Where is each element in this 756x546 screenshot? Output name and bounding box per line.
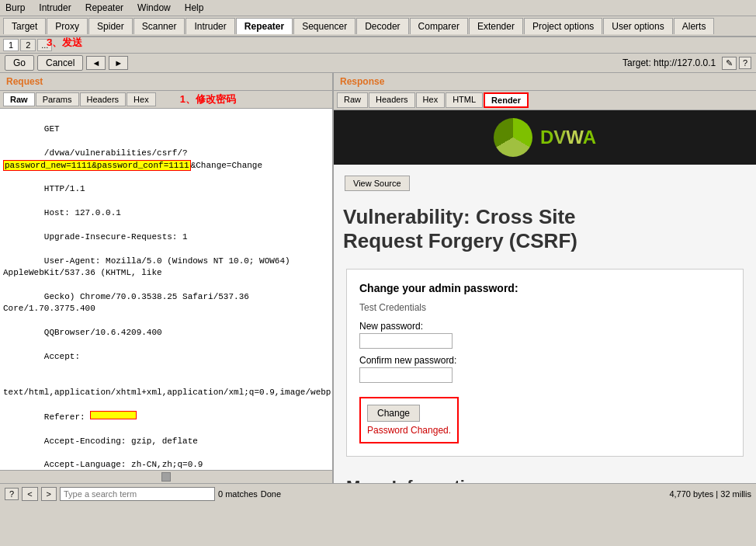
status-forward-button[interactable]: > [41,487,57,501]
request-content[interactable]: GET /dvwa/vulnerabilities/csrf/?password… [0,109,332,470]
toolbar-row: Go Cancel ◄ ► Target: http://127.0.0.1 ✎… [0,54,756,73]
resp-tab-headers[interactable]: Headers [369,92,415,108]
referer-highlight [90,411,137,419]
tab-intruder[interactable]: Intruder [186,18,234,34]
form-title: Change your admin password: [359,282,730,294]
menu-burp[interactable]: Burp [3,2,27,14]
req-tab-headers[interactable]: Headers [80,92,127,106]
main-tab-bar: Target Proxy Spider Scanner Intruder Rep… [0,16,756,37]
tab-decoder[interactable]: Decoder [356,18,408,34]
search-input[interactable] [60,487,215,501]
req-tab-raw[interactable]: Raw [3,92,35,106]
dvwa-logo-text: DVWA [540,127,596,148]
bytes-info: 4,770 bytes | 32 millis [669,489,751,499]
menu-help[interactable]: Help [182,2,206,14]
back-button[interactable]: ◄ [86,56,106,70]
annotation-modify-pwd: 1、修改密码 [180,92,236,106]
render-area[interactable]: DVWA View Source Vulnerability: Cross Si… [334,110,756,483]
forward-button[interactable]: ► [109,56,128,70]
change-button[interactable]: Change [367,405,420,422]
response-label: Response [337,75,387,89]
help-button[interactable]: ? [5,488,19,500]
req-tab-params[interactable]: Params [36,92,79,106]
vuln-title-area: Vulnerability: Cross Site Request Forger… [334,202,756,256]
cancel-button[interactable]: Cancel [37,55,83,71]
request-panel: Request Raw Params Headers Hex 1、修改密码 GE… [0,73,334,483]
confirm-password-group: Confirm new password: [359,355,730,383]
vuln-title: Vulnerability: Cross Site Request Forger… [343,205,747,253]
menu-window[interactable]: Window [135,2,173,14]
instance-row: 1 2 ... 3、发送 [0,37,756,54]
confirm-password-input[interactable] [359,367,453,383]
password-changed-text: Password Changed. [367,425,451,436]
menu-intruder[interactable]: Intruder [36,2,73,14]
req-tab-hex[interactable]: Hex [127,92,156,106]
target-help-button[interactable]: ? [739,57,751,69]
tab-alerts[interactable]: Alerts [674,18,715,34]
view-source-button[interactable]: View Source [345,176,410,191]
new-password-input[interactable] [359,333,453,349]
status-bar: ? < > 0 matches Done 4,770 bytes | 32 mi… [0,483,756,503]
response-tab-row: Raw Headers Hex HTML Render [334,91,756,110]
dvwa-logo-circle [494,118,532,157]
request-text-area: GET /dvwa/vulnerabilities/csrf/?password… [0,109,332,470]
tab-repeater[interactable]: Repeater [236,18,293,34]
target-display: Target: http://127.0.0.1 ✎ ? [622,57,751,70]
tab-comparer[interactable]: Comparer [410,18,468,34]
change-button-area: Change Password Changed. [359,397,459,443]
go-button[interactable]: Go [5,55,34,71]
instance-tab-more[interactable]: ... [37,39,52,51]
response-panel: Response Raw Headers Hex HTML Render DVW… [334,73,756,483]
request-tab-row: Raw Params Headers Hex 1、修改密码 [0,91,332,109]
tab-user-options[interactable]: User options [603,18,672,34]
status-done: Done [261,489,281,499]
tab-target[interactable]: Target [3,18,46,34]
menu-repeater[interactable]: Repeater [83,2,126,14]
new-password-group: New password: [359,321,730,349]
matches-text: 0 matches [218,489,258,499]
resp-tab-raw[interactable]: Raw [337,92,368,108]
edit-target-button[interactable]: ✎ [722,57,737,70]
test-credentials-label: Test Credentials [359,302,730,313]
tab-spider[interactable]: Spider [88,18,133,34]
dvwa-header: DVWA [334,110,756,165]
view-source-area: View Source [334,165,756,202]
tab-proxy[interactable]: Proxy [47,18,88,34]
resp-tab-html[interactable]: HTML [446,92,483,108]
scroll-indicator [161,472,171,482]
resp-tab-render[interactable]: Render [484,92,529,108]
confirm-password-label: Confirm new password: [359,355,730,366]
menu-bar: Burp Intruder Repeater Window Help [0,0,756,16]
tab-scanner[interactable]: Scanner [134,18,186,34]
url-highlight: password_new=1111&password_conf=1111 [3,160,191,171]
tab-extender[interactable]: Extender [469,18,523,34]
tab-sequencer[interactable]: Sequencer [293,18,355,34]
status-back-button[interactable]: < [22,487,37,501]
request-label: Request [3,75,46,89]
new-password-label: New password: [359,321,730,332]
tab-project-options[interactable]: Project options [524,18,602,34]
csrf-form: Change your admin password: Test Credent… [346,269,744,457]
instance-tab-2[interactable]: 2 [20,39,36,51]
instance-tab-1[interactable]: 1 [3,39,19,51]
resp-tab-hex[interactable]: Hex [416,92,446,108]
more-info-heading: More Information [334,469,756,483]
